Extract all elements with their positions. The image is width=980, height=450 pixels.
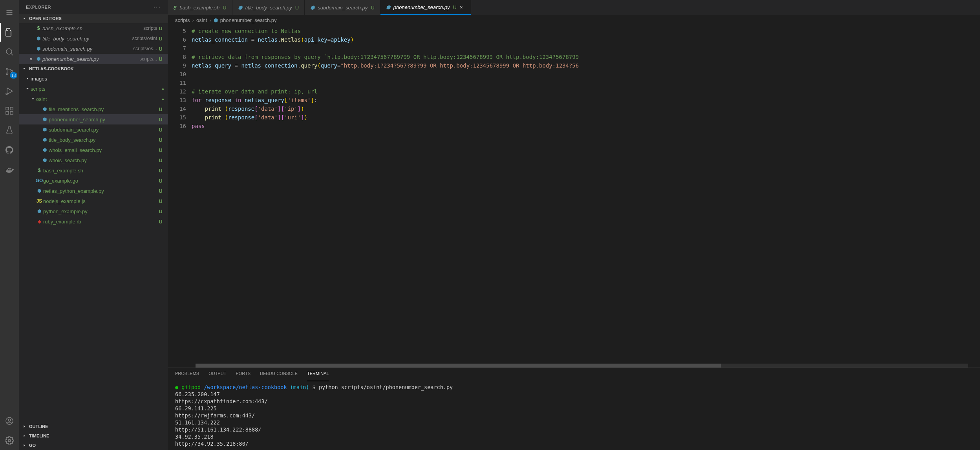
git-status: U <box>223 5 226 11</box>
horizontal-scrollbar[interactable] <box>196 364 968 368</box>
editor-tab[interactable]: ⬢phonenumber_search.pyU× <box>380 0 471 15</box>
file-name: subdomain_search.py <box>42 46 131 52</box>
menu-icon[interactable] <box>0 3 19 22</box>
svg-point-9 <box>6 93 7 95</box>
editor-tab[interactable]: ⬢subdomain_search.pyU <box>305 0 380 15</box>
folder-item[interactable]: images <box>19 73 168 84</box>
svg-rect-11 <box>6 112 9 114</box>
open-editor-item[interactable]: ⬢title_body_search.pyscripts/osintU <box>19 33 168 44</box>
file-item[interactable]: ⬢whois_email_search.pyU <box>19 145 168 155</box>
terminal-output: 66.235.200.147https://cxpathfinder.com:4… <box>175 391 973 447</box>
folder-item[interactable]: scripts● <box>19 84 168 94</box>
py-file-icon: ⬢ <box>41 127 49 132</box>
file-name: whois_email_search.py <box>49 147 157 153</box>
git-status: U <box>157 157 164 163</box>
terminal-branch: (main) <box>290 384 309 390</box>
editor-tab[interactable]: ⬢title_body_search.pyU <box>232 0 305 15</box>
python-icon: ⬢ <box>214 17 218 23</box>
git-status: U <box>157 219 164 225</box>
settings-gear-icon[interactable] <box>0 431 19 450</box>
file-item[interactable]: ⬢phonenumber_search.pyU <box>19 114 168 124</box>
file-name: subdomain_search.py <box>49 127 157 133</box>
chevron-down-icon <box>21 66 27 72</box>
source-control-icon[interactable]: 13 <box>0 62 19 81</box>
docker-icon[interactable] <box>0 160 19 179</box>
file-item[interactable]: ⬢file_mentions_search.pyU <box>19 104 168 114</box>
terminal-path: /workspace/netlas-cookbook <box>204 384 287 390</box>
svg-point-17 <box>8 439 11 442</box>
open-editor-item[interactable]: ×⬢phonenumber_search.pyscripts...U <box>19 54 168 64</box>
terminal-command: python scripts/osint/phonenumber_search.… <box>319 384 453 390</box>
file-name: bash_example.sh <box>43 168 157 174</box>
git-status: U <box>157 127 164 133</box>
file-item[interactable]: ◆ruby_example.rbU <box>19 216 168 227</box>
terminal[interactable]: ● gitpod /workspace/netlas-cookbook (mai… <box>168 381 980 450</box>
folder-name: scripts <box>31 86 162 92</box>
file-name: bash_example.sh <box>42 26 141 31</box>
workspace-section[interactable]: NETLAS-COOKBOOK <box>19 64 168 73</box>
terminal-user: gitpod <box>181 384 201 390</box>
svg-point-6 <box>6 73 8 75</box>
tab-label: subdomain_search.py <box>318 5 368 11</box>
go-file-icon: GO <box>35 178 43 183</box>
panel-tab-ports[interactable]: PORTS <box>236 371 250 381</box>
outline-section[interactable]: OUTLINE <box>19 422 168 431</box>
search-icon[interactable] <box>0 42 19 61</box>
close-icon[interactable]: × <box>27 56 35 62</box>
explorer-icon[interactable] <box>0 23 19 42</box>
rb-file-icon: ◆ <box>35 219 43 224</box>
py-file-icon: ⬢ <box>41 137 49 143</box>
py-file-icon: ⬢ <box>35 188 43 194</box>
git-status: U <box>295 5 299 11</box>
panel-tab-output[interactable]: OUTPUT <box>208 371 226 381</box>
breadcrumb[interactable]: scripts › osint › ⬢ phonenumber_search.p… <box>168 15 980 25</box>
file-name: go_example.go <box>43 178 157 184</box>
panel-tab-debug-console[interactable]: DEBUG CONSOLE <box>260 371 298 381</box>
close-icon[interactable]: × <box>460 4 465 10</box>
open-editor-item[interactable]: ⬢subdomain_search.pyscripts/os...U <box>19 44 168 54</box>
file-name: phonenumber_search.py <box>42 56 137 62</box>
spacer[interactable] <box>27 26 35 31</box>
tab-label: title_body_search.py <box>245 5 292 11</box>
folder-item[interactable]: osint● <box>19 94 168 104</box>
py-file-icon: ⬢ <box>310 5 314 11</box>
code-editor[interactable]: 5678910111213141516 # create new connect… <box>168 25 980 368</box>
panel-tab-terminal[interactable]: TERMINAL <box>307 371 329 381</box>
file-item[interactable]: JSnodejs_example.jsU <box>19 196 168 206</box>
open-editor-item[interactable]: $bash_example.shscriptsU <box>19 23 168 33</box>
file-item[interactable]: ⬢title_body_search.pyU <box>19 135 168 145</box>
svg-point-5 <box>6 68 8 70</box>
spacer[interactable] <box>27 46 35 52</box>
testing-icon[interactable] <box>0 121 19 140</box>
py-file-icon: ⬢ <box>41 147 49 153</box>
code-content[interactable]: # create new connection to Netlasnetlas_… <box>192 25 980 368</box>
file-name: title_body_search.py <box>49 137 157 143</box>
file-item[interactable]: ⬢netlas_python_example.pyU <box>19 186 168 196</box>
git-status: U <box>157 209 164 214</box>
github-icon[interactable] <box>0 141 19 159</box>
scrollbar-thumb[interactable] <box>196 364 721 368</box>
git-status: U <box>157 198 164 204</box>
file-item[interactable]: $bash_example.shU <box>19 165 168 176</box>
chevron-down-icon <box>21 15 27 22</box>
extensions-icon[interactable] <box>0 101 19 120</box>
chevron-down-icon <box>24 86 31 92</box>
go-section[interactable]: GO <box>19 441 168 450</box>
editor-tab[interactable]: $bash_example.shU <box>168 0 232 15</box>
panel-tab-problems[interactable]: PROBLEMS <box>175 371 199 381</box>
git-status: U <box>157 56 164 62</box>
chevron-right-icon: › <box>192 17 194 23</box>
file-item[interactable]: ⬢python_example.pyU <box>19 206 168 216</box>
folder-name: images <box>31 76 164 82</box>
timeline-section[interactable]: TIMELINE <box>19 431 168 441</box>
file-item[interactable]: ⬢whois_search.pyU <box>19 155 168 165</box>
spacer[interactable] <box>27 36 35 42</box>
open-editors-section[interactable]: OPEN EDITORS <box>19 14 168 23</box>
ellipsis-icon[interactable]: ··· <box>154 4 161 11</box>
svg-rect-13 <box>10 107 13 110</box>
run-debug-icon[interactable] <box>0 82 19 101</box>
chevron-right-icon <box>21 433 27 439</box>
accounts-icon[interactable] <box>0 412 19 430</box>
file-item[interactable]: ⬢subdomain_search.pyU <box>19 124 168 135</box>
file-item[interactable]: GOgo_example.goU <box>19 176 168 186</box>
